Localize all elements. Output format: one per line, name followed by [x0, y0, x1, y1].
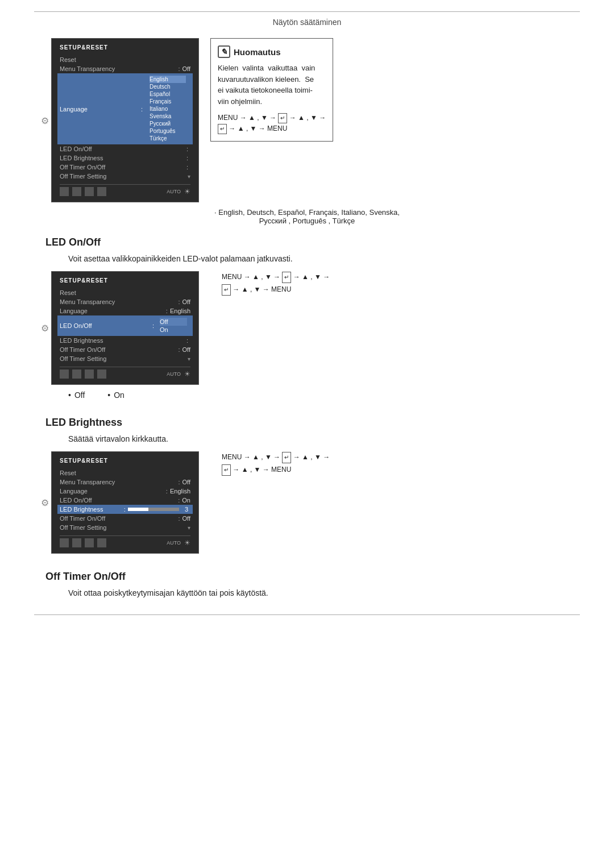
led-onoff-desc: Voit asettaa valikkopainikkeiden LED-val… — [68, 254, 580, 263]
lang-item-turkce[interactable]: Türkçe — [150, 135, 186, 142]
led-item-on[interactable]: On — [160, 326, 187, 334]
language-section-row: ⚙ SETUP&RESET Reset Menu Transparency : … — [34, 38, 580, 202]
osd-row-reset-3: Reset — [60, 468, 190, 477]
led-brightness-nav: MENU → ▲ , ▼ → ↵ → ▲ , ▼ → ↵ → ▲ , ▼ → M… — [222, 451, 330, 476]
osd-value-menu-transparency: Off — [182, 65, 190, 72]
section-led-brightness: LED Brightness Säätää virtavalon kirkkau… — [34, 417, 580, 554]
led-item-off[interactable]: Off — [160, 318, 187, 326]
led-onoff-bullets: • Off • On — [68, 391, 580, 400]
page-container: Näytön säätäminen ⚙ SETUP&RESET Reset Me… — [0, 0, 614, 626]
osd-row-off-timer-1: Off Timer On/Off : — [60, 163, 190, 172]
note-icon: ✎ — [218, 45, 230, 58]
lang-item-francais[interactable]: Français — [150, 98, 186, 105]
osd-row-language-active[interactable]: Language : English Deutsch Español Franç… — [57, 73, 193, 144]
osd-title-language: SETUP&RESET — [60, 44, 190, 51]
language-osd-wrapper: ⚙ SETUP&RESET Reset Menu Transparency : … — [51, 38, 199, 202]
page-title: Näytön säätäminen — [34, 18, 580, 27]
menu-nav-2: MENU → ▲ , ▼ → ↵ → ▲ , ▼ → ↵ → ▲ , ▼ → M… — [222, 271, 330, 296]
slider-fill — [128, 508, 148, 511]
osd-btn-1 — [60, 187, 69, 196]
gear-icon-3: ⚙ — [41, 497, 49, 508]
osd-auto-label-1: AUTO — [167, 189, 181, 194]
language-list: · English, Deutsch, Español, Français, I… — [34, 208, 580, 225]
led-brightness-heading: LED Brightness — [45, 417, 580, 429]
lang-list-line1: · English, Deutsch, Español, Français, I… — [34, 208, 580, 217]
led-onoff-osd-menu: SETUP&RESET Reset Menu Transparency : Of… — [51, 271, 199, 385]
note-title: ✎ Huomautus — [218, 45, 326, 58]
note-box: ✎ Huomautus Kielen valinta vaikuttaa vai… — [210, 38, 333, 142]
lang-item-english[interactable]: English — [150, 76, 186, 83]
nav-line2: ↵ → ▲ , ▼ → MENU — [218, 124, 287, 132]
osd-row-off-timer-setting-3: Off Timer Setting ▾ — [60, 523, 190, 532]
led-onoff-dropdown[interactable]: Off On — [156, 317, 190, 335]
lang-item-italiano[interactable]: Italiano — [150, 105, 186, 113]
osd-row-off-timer-onoff-3: Off Timer On/Off : Off — [60, 514, 190, 523]
slider-value: 3 — [182, 506, 190, 513]
lang-item-deutsch[interactable]: Deutsch — [150, 83, 186, 90]
section-led-onoff: LED On/Off Voit asettaa valikkopainikkei… — [34, 236, 580, 400]
osd-row-menu-transparency-3: Menu Transparency : Off — [60, 477, 190, 487]
bullet-off: • Off — [68, 391, 85, 400]
osd-btn-2 — [72, 187, 81, 196]
osd-row-off-timer-setting-2: Off Timer Setting ▾ — [60, 354, 190, 363]
gear-icon-2: ⚙ — [41, 323, 49, 334]
osd-row-led-brightness-active[interactable]: LED Brightness : 3 — [57, 505, 193, 514]
osd-row-menu-transparency: Menu Transparency : Off — [60, 64, 190, 73]
bullet-on: • On — [107, 391, 125, 400]
osd-bottom-bar-1: AUTO ☀ — [60, 184, 190, 196]
bottom-divider — [34, 614, 580, 615]
lang-item-russian[interactable]: Русский — [150, 120, 186, 127]
bullet-off-label: Off — [74, 391, 85, 400]
osd-btn-4 — [97, 187, 106, 196]
lang-list-line2: Русский , Português , Türkçe — [34, 217, 580, 225]
led-onoff-content-row: ⚙ SETUP&RESET Reset Menu Transparency : … — [34, 271, 580, 385]
osd-row-off-timer-onoff-2: Off Timer On/Off : Off — [60, 345, 190, 354]
slider-track — [128, 508, 179, 511]
off-timer-desc: Voit ottaa poiskytkeytymisajan käyttöön … — [68, 588, 580, 597]
gear-icon: ⚙ — [41, 115, 49, 126]
led-brightness-desc: Säätää virtavalon kirkkautta. — [68, 434, 580, 443]
osd-title-brightness: SETUP&RESET — [60, 458, 190, 464]
language-dropdown[interactable]: English Deutsch Español Français Italian… — [145, 74, 190, 143]
brightness-slider[interactable]: 3 — [128, 506, 190, 513]
osd-bottom-bar-2: AUTO ☀ — [60, 367, 190, 379]
osd-row-language-2: Language : English — [60, 306, 190, 315]
led-onoff-nav: MENU → ▲ , ▼ → ↵ → ▲ , ▼ → ↵ → ▲ , ▼ → M… — [222, 271, 330, 296]
osd-bottom-bar-3: AUTO ☀ — [60, 535, 190, 547]
lang-item-espanol[interactable]: Español — [150, 90, 186, 98]
led-brightness-osd-wrapper: ⚙ SETUP&RESET Reset Menu Transparency : … — [51, 451, 199, 554]
led-onoff-heading: LED On/Off — [45, 236, 580, 248]
osd-row-led-onoff-1: LED On/Off : — [60, 144, 190, 153]
top-divider — [34, 11, 580, 12]
menu-nav-3: MENU → ▲ , ▼ → ↵ → ▲ , ▼ → ↵ → ▲ , ▼ → M… — [222, 451, 330, 476]
osd-row-led-onoff-3: LED On/Off : On — [60, 496, 190, 505]
language-osd-menu: SETUP&RESET Reset Menu Transparency : Of… — [51, 38, 199, 202]
nav-line1: MENU → ▲ , ▼ → ↵ → ▲ , ▼ → — [218, 114, 326, 122]
osd-row-reset: Reset — [60, 55, 190, 64]
osd-row-off-timer-setting-1: Off Timer Setting ▾ — [60, 172, 190, 181]
osd-row-language-3: Language : English — [60, 487, 190, 496]
osd-title-led: SETUP&RESET — [60, 277, 190, 284]
lang-item-portugues[interactable]: Português — [150, 127, 186, 135]
section-off-timer: Off Timer On/Off Voit ottaa poiskytkeyty… — [34, 571, 580, 597]
led-brightness-osd-menu: SETUP&RESET Reset Menu Transparency : Of… — [51, 451, 199, 554]
osd-row-led-brightness-1: LED Brightness : — [60, 153, 190, 163]
osd-row-led-onoff-active[interactable]: LED On/Off : Off On — [57, 315, 193, 336]
led-brightness-content-row: ⚙ SETUP&RESET Reset Menu Transparency : … — [34, 451, 580, 554]
note-text: Kielen valinta vaikuttaa vain kuvaruutuv… — [218, 63, 326, 107]
bullet-on-label: On — [114, 391, 125, 400]
menu-nav-1: MENU → ▲ , ▼ → ↵ → ▲ , ▼ → ↵ → ▲ , ▼ → M… — [218, 113, 326, 134]
osd-label-reset: Reset — [60, 56, 190, 63]
osd-row-reset-2: Reset — [60, 288, 190, 297]
lang-item-svenska[interactable]: Svenska — [150, 113, 186, 120]
osd-row-led-brightness-2: LED Brightness : — [60, 336, 190, 345]
led-onoff-osd-wrapper: ⚙ SETUP&RESET Reset Menu Transparency : … — [51, 271, 199, 385]
osd-row-menu-transparency-2: Menu Transparency : Off — [60, 297, 190, 306]
off-timer-heading: Off Timer On/Off — [45, 571, 580, 583]
osd-label-menu-transparency: Menu Transparency — [60, 65, 176, 72]
note-heading: Huomautus — [234, 47, 281, 57]
osd-btn-3 — [85, 187, 94, 196]
